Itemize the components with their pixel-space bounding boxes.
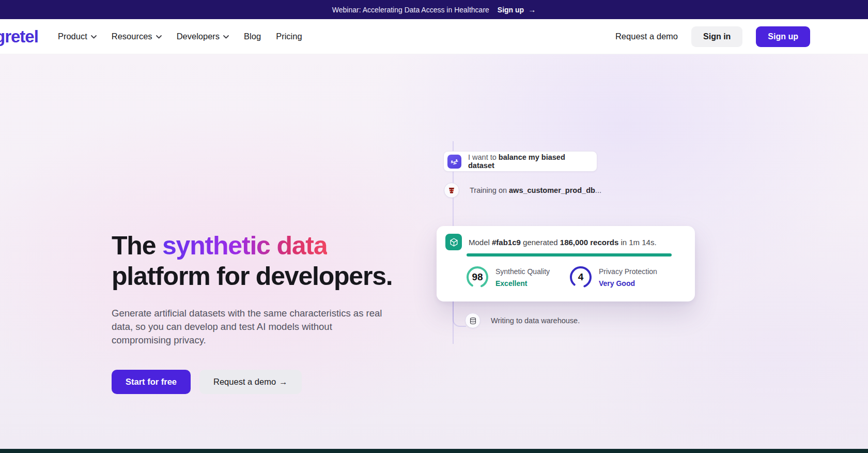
chevron-down-icon xyxy=(91,35,97,39)
privacy-score-value: 4 xyxy=(569,265,593,289)
hero-title: The synthetic dataplatform for developer… xyxy=(112,231,401,292)
banner-text: Webinar: Accelerating Data Access in Hea… xyxy=(332,6,489,14)
start-free-button[interactable]: Start for free xyxy=(112,370,191,394)
model-result-card: Model #fab1c9 generated 186,000 records … xyxy=(437,226,695,301)
quality-label: Synthetic Quality xyxy=(495,267,550,276)
request-demo-button[interactable]: Request a demo→ xyxy=(199,370,302,394)
nav-actions: Request a demo Sign in Sign up xyxy=(615,26,810,47)
sign-in-button[interactable]: Sign in xyxy=(691,26,742,47)
chevron-down-icon xyxy=(223,35,229,39)
nav-item-resources[interactable]: Resources xyxy=(112,32,162,41)
workflow-writing-step: Writing to data warehouse. xyxy=(465,313,580,328)
writing-text: Writing to data warehouse. xyxy=(491,316,580,325)
hero-copy: The synthetic dataplatform for developer… xyxy=(112,231,401,394)
model-cube-icon xyxy=(445,234,462,250)
workflow-timeline-connector xyxy=(453,301,466,327)
synthetic-quality-metric: 98 Synthetic Quality Excellent xyxy=(466,265,550,289)
quality-rating: Excellent xyxy=(495,279,550,288)
hero-section: The synthetic dataplatform for developer… xyxy=(0,54,868,449)
quality-score-value: 98 xyxy=(466,265,489,289)
database-icon xyxy=(465,313,481,328)
privacy-score-gauge: 4 xyxy=(569,265,593,289)
main-nav: gretel Product Resources Developers Blog… xyxy=(0,19,868,54)
gretel-logo[interactable]: gretel xyxy=(0,28,38,45)
generation-progress-bar xyxy=(467,253,672,256)
s3-bucket-icon xyxy=(444,183,459,198)
model-summary-text: Model #fab1c9 generated 186,000 records … xyxy=(469,238,657,247)
banner-signup-link[interactable]: Sign up → xyxy=(498,5,536,14)
workflow-training-step: Training on aws_customer_prod_db... xyxy=(444,183,601,198)
workflow-prompt-bubble: I want to balance my biased dataset xyxy=(443,151,597,172)
training-text: Training on aws_customer_prod_db... xyxy=(470,186,601,194)
announcement-banner: Webinar: Accelerating Data Access in Hea… xyxy=(0,0,868,19)
chevron-down-icon xyxy=(156,35,162,39)
arrow-right-icon: → xyxy=(528,5,536,14)
hero-cta-row: Start for free Request a demo→ xyxy=(112,370,401,394)
hero-description: Generate artificial datasets with the sa… xyxy=(112,307,393,347)
privacy-rating: Very Good xyxy=(599,279,657,288)
balance-scale-icon xyxy=(447,155,461,169)
arrow-right-icon: → xyxy=(279,377,288,386)
nav-item-pricing[interactable]: Pricing xyxy=(276,32,302,41)
hero-title-prefix: The xyxy=(112,231,162,260)
request-demo-link[interactable]: Request a demo xyxy=(615,32,678,41)
sign-up-button[interactable]: Sign up xyxy=(756,26,810,47)
model-row: Model #fab1c9 generated 186,000 records … xyxy=(445,234,657,250)
nav-item-developers[interactable]: Developers xyxy=(177,32,229,41)
nav-item-blog[interactable]: Blog xyxy=(244,32,261,41)
nav-item-product[interactable]: Product xyxy=(58,32,97,41)
nav-links: Product Resources Developers Blog Pricin… xyxy=(58,32,302,41)
privacy-label: Privacy Protection xyxy=(599,267,657,276)
quality-score-gauge: 98 xyxy=(466,265,489,289)
hero-title-line2: platform for developers. xyxy=(112,262,393,291)
privacy-protection-metric: 4 Privacy Protection Very Good xyxy=(569,265,657,289)
next-section-edge xyxy=(0,449,868,453)
hero-title-highlight: synthetic data xyxy=(162,231,327,260)
prompt-text: I want to balance my biased dataset xyxy=(468,153,593,170)
